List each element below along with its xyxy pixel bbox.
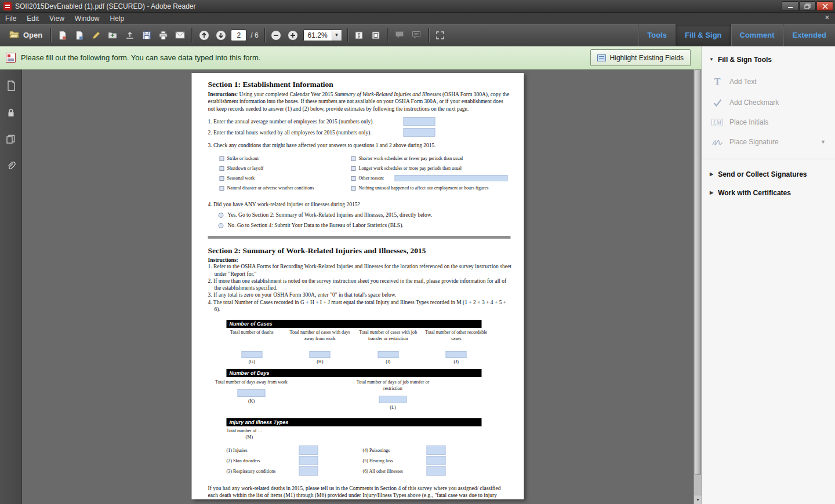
days-away-cases-field[interactable]	[310, 351, 331, 358]
previous-page-button[interactable]	[197, 28, 211, 43]
instruction-2: 2. If more than one establishment is not…	[208, 277, 512, 292]
scroll-down-arrow-icon[interactable]: ▼	[694, 495, 702, 504]
zoom-out-button[interactable]	[269, 28, 284, 43]
menu-window[interactable]: Window	[70, 14, 105, 23]
shutdown-layoff-checkbox[interactable]	[220, 166, 224, 171]
menu-edit[interactable]: Edit	[21, 14, 44, 23]
deaths-field[interactable]	[241, 351, 262, 358]
place-signature-icon	[711, 138, 723, 146]
longer-schedules-checkbox[interactable]	[351, 166, 356, 171]
injuries-field[interactable]	[299, 445, 318, 455]
zoom-level-select[interactable]: 61.2% ▼	[303, 30, 342, 41]
no-radio[interactable]	[219, 223, 224, 228]
zoom-value: 61.2%	[304, 30, 332, 41]
window-title: SOII2015DevEnabled (1).pdf (SECURED) - A…	[15, 2, 196, 10]
next-page-button[interactable]	[213, 28, 228, 43]
pdf-page: Section 1: Establishment Information Ins…	[192, 73, 524, 499]
tab-tools[interactable]: Tools	[638, 24, 676, 46]
seasonal-work-checkbox[interactable]	[220, 176, 224, 181]
menu-file[interactable]: File	[0, 14, 21, 23]
yes-label: Yes. Go to Section 2: Summary of Work-Re…	[228, 212, 433, 218]
strike-lockout-checkbox[interactable]	[220, 156, 224, 161]
add-text-tool[interactable]: T Add Text	[702, 71, 835, 93]
create-pdf-icon[interactable]	[72, 28, 86, 43]
place-initials-tool[interactable]: LM Place Initials	[702, 112, 835, 132]
highlight-existing-fields-button[interactable]: Highlight Existing Fields	[590, 49, 691, 66]
send-collect-signatures-section[interactable]: ▶ Send or Collect Signatures	[702, 165, 835, 184]
vertical-scrollbar[interactable]: ▼	[694, 70, 702, 504]
adobe-reader-window: SOII2015DevEnabled (1).pdf (SECURED) - A…	[0, 0, 835, 504]
minimize-button[interactable]	[782, 1, 798, 11]
tab-fill-sign[interactable]: Fill & Sign	[676, 24, 731, 46]
save-icon[interactable]	[139, 28, 154, 43]
open-button[interactable]: Open	[5, 27, 47, 43]
chevron-down-icon[interactable]: ▼	[821, 139, 826, 145]
section1-instructions: Instructions: Using your completed Calen…	[208, 91, 510, 112]
place-signature-tool[interactable]: Place Signature ▼	[702, 132, 835, 152]
triangle-down-icon: ▼	[709, 57, 714, 62]
menu-help[interactable]: Help	[105, 14, 130, 23]
injury-types-table: (1) Injuries (2) Skin disorders (3) Resp…	[227, 445, 524, 477]
close-button[interactable]	[816, 1, 833, 11]
employees-input-field[interactable]	[404, 117, 435, 126]
pages-icon[interactable]	[4, 132, 18, 146]
place-initials-icon: LM	[711, 119, 723, 126]
yes-radio[interactable]	[219, 213, 224, 218]
natural-disaster-checkbox[interactable]	[220, 186, 224, 191]
days-away-field[interactable]	[238, 389, 266, 397]
attachments-paperclip-icon[interactable]	[4, 159, 18, 173]
navigation-rail	[0, 70, 22, 504]
add-text-icon: T	[711, 76, 723, 87]
annotations-icon[interactable]	[409, 28, 424, 43]
toolbar: Open /	[0, 24, 835, 46]
print-icon[interactable]	[156, 28, 170, 43]
panel-tabs: Tools Fill & Sign Comment Extended	[638, 24, 835, 46]
highlight-button-label: Highlight Existing Fields	[610, 54, 684, 62]
poisonings-field[interactable]	[427, 445, 446, 455]
fill-sign-tools-header[interactable]: ▼ Fill & Sign Tools	[702, 46, 835, 71]
hours-input-field[interactable]	[404, 128, 435, 137]
export-pdf-icon[interactable]	[55, 28, 70, 43]
panel-divider	[702, 159, 835, 159]
instruction-1: 1. Refer to the OSHA Forms for Recording…	[208, 263, 512, 277]
sign-pen-icon[interactable]	[89, 28, 103, 43]
menu-view[interactable]: View	[44, 14, 70, 23]
all-other-illnesses-field[interactable]	[427, 466, 446, 476]
page-thumbnails-icon[interactable]	[4, 79, 18, 93]
shorter-schedules-checkbox[interactable]	[351, 156, 356, 161]
titlebar: SOII2015DevEnabled (1).pdf (SECURED) - A…	[0, 0, 835, 13]
scrolling-mode-icon[interactable]	[352, 28, 366, 43]
zoom-in-button[interactable]	[286, 28, 300, 43]
fit-page-icon[interactable]	[369, 28, 383, 43]
other-recordable-cases-field[interactable]	[446, 351, 467, 358]
question-1-text: 1. Enter the annual average number of em…	[208, 119, 374, 125]
add-checkmark-tool[interactable]: Add Checkmark	[702, 93, 835, 112]
email-icon[interactable]	[173, 28, 187, 43]
security-lock-icon[interactable]	[4, 105, 18, 119]
highlight-fields-icon	[597, 54, 606, 61]
restore-button[interactable]	[799, 1, 816, 11]
send-upload-icon[interactable]	[122, 28, 137, 43]
other-reason-checkbox[interactable]	[351, 176, 356, 181]
work-with-certificates-section[interactable]: ▶ Work with Certificates	[702, 184, 835, 202]
job-transfer-cases-field[interactable]	[377, 351, 398, 358]
share-folder-icon[interactable]	[106, 28, 120, 43]
job-transfer-days-field[interactable]	[379, 396, 407, 403]
page-total-label: / 6	[251, 31, 258, 39]
other-reason-field[interactable]	[395, 175, 508, 181]
skin-disorders-field[interactable]	[299, 456, 318, 465]
scrollbar-thumb[interactable]	[695, 70, 701, 475]
respiratory-conditions-field[interactable]	[299, 466, 318, 476]
add-checkmark-icon	[711, 99, 723, 107]
nothing-unusual-checkbox[interactable]	[351, 186, 356, 191]
page-number-input[interactable]	[231, 30, 246, 41]
zoom-dropdown-arrow-icon[interactable]: ▼	[332, 30, 342, 41]
comment-bubble-icon[interactable]	[393, 28, 407, 43]
menubar: File Edit View Window Help ✕	[0, 13, 835, 24]
hearing-loss-field[interactable]	[427, 456, 446, 465]
document-canvas[interactable]: Section 1: Establishment Information Ins…	[22, 70, 694, 504]
tab-comment[interactable]: Comment	[731, 24, 783, 46]
tab-extended[interactable]: Extended	[783, 24, 835, 46]
menubar-close-icon[interactable]: ✕	[825, 14, 830, 21]
fullscreen-icon[interactable]	[433, 28, 448, 43]
